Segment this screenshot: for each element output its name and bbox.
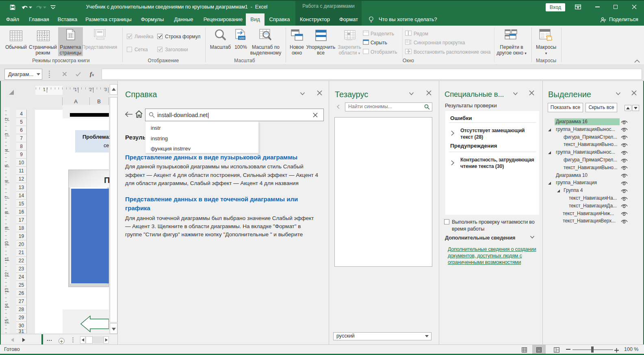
svg-text:100: 100 (239, 36, 245, 40)
